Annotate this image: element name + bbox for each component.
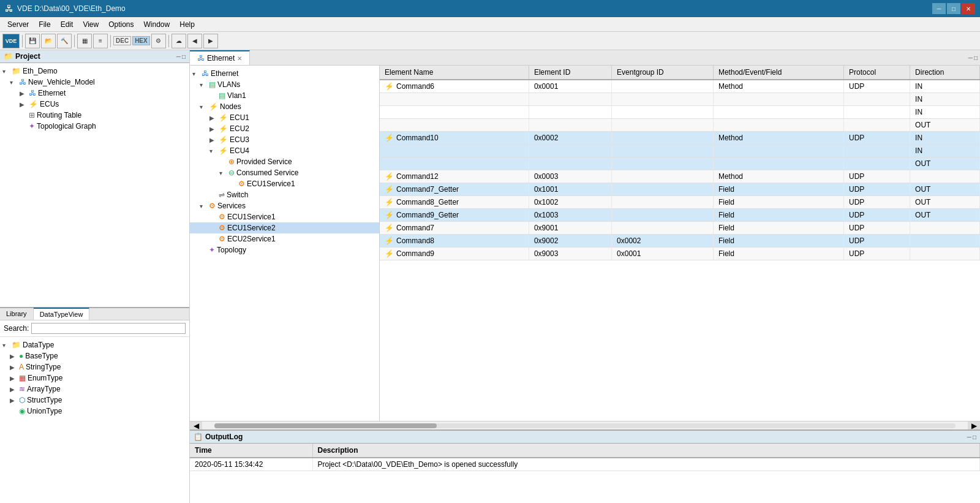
data-table: Element Name Element ID Eventgroup ID Me… [380, 66, 980, 260]
nav-ethernet-root[interactable]: ▾ 🖧 Ethernet [190, 68, 379, 79]
menu-file[interactable]: File [34, 19, 55, 30]
toolbar-back-button[interactable]: ◀ [187, 34, 202, 48]
horizontal-scrollbar[interactable]: ◀ ▶ [190, 421, 980, 429]
toolbar-dec-label[interactable]: DEC [113, 36, 131, 45]
toolbar-save-button[interactable]: 💾 [25, 34, 40, 48]
nav-ecu1service1-consumed[interactable]: ▶ ⚙ ECU1Service1 [190, 178, 379, 189]
maximize-button[interactable]: □ [947, 3, 960, 14]
nav-nodes-toggle[interactable]: ▾ [200, 104, 207, 110]
eth-demo-toggle[interactable]: ▾ [2, 68, 10, 75]
nav-ethernet-toggle[interactable]: ▾ [192, 70, 200, 77]
project-item-topology[interactable]: ▶ ✦ Topological Graph [0, 121, 189, 132]
search-input[interactable] [31, 323, 186, 334]
table-cell: ⚡Command8 [380, 235, 529, 248]
output-log-table: Time Description 2020-05-11 15:34:42 Pro… [190, 444, 980, 503]
datatype-item-basetype[interactable]: ▶ ● BaseType [0, 350, 189, 361]
datatype-item-uniontype[interactable]: ▶ ◉ UnionType [0, 406, 189, 417]
datatype-item-enumtype[interactable]: ▶ ▦ EnumType [0, 373, 189, 384]
project-item-ecus[interactable]: ▶ ⚡ ECUs [0, 99, 189, 110]
nav-ecu1service1-services[interactable]: ▶ ⚙ ECU1Service1 [190, 211, 379, 222]
toolbar-format-button[interactable]: ⚙ [151, 34, 166, 48]
menu-server[interactable]: Server [2, 19, 34, 30]
editor-minimize-icon[interactable]: ─ [968, 55, 973, 61]
project-panel-controls[interactable]: ─ □ [176, 53, 186, 60]
nav-ecu2-toggle[interactable]: ▶ [209, 126, 217, 132]
nav-ecu1[interactable]: ▶ ⚡ ECU1 [190, 112, 379, 123]
ethernet-toggle[interactable]: ▶ [20, 90, 27, 97]
datatype-root-toggle[interactable]: ▾ [2, 342, 10, 349]
vehicle-model-toggle[interactable]: ▾ [10, 79, 17, 86]
nav-ecu4-toggle[interactable]: ▾ [209, 148, 217, 154]
nav-vlans-toggle[interactable]: ▾ [200, 81, 207, 88]
datatype-item-structtype[interactable]: ▶ ⬡ StructType [0, 395, 189, 406]
editor-maximize-icon[interactable]: □ [974, 55, 978, 61]
toolbar-open-button[interactable]: 📂 [41, 34, 56, 48]
toolbar-forward-button[interactable]: ▶ [203, 34, 218, 48]
window-controls[interactable]: ─ □ ✕ [932, 3, 975, 14]
output-minimize-icon[interactable]: ─ [967, 434, 971, 441]
nav-consumed-service[interactable]: ▾ ⊖ Consumed Service [190, 167, 379, 178]
table-cell: OUT [910, 209, 980, 222]
stringtype-toggle[interactable]: ▶ [10, 364, 17, 371]
enumtype-toggle[interactable]: ▶ [10, 375, 17, 382]
col-element-id: Element ID [529, 66, 611, 80]
scroll-left-button[interactable]: ◀ [190, 422, 202, 430]
project-item-ethernet[interactable]: ▶ 🖧 Ethernet [0, 88, 189, 99]
nav-provided-service[interactable]: ▶ ⊕ Provided Service [190, 156, 379, 167]
arraytype-toggle[interactable]: ▶ [10, 386, 17, 393]
menu-options[interactable]: Options [104, 19, 138, 30]
project-item-routing[interactable]: ▶ ⊞ Routing Table [0, 110, 189, 121]
table-cell: OUT [910, 183, 980, 196]
left-panel: 📁 Project ─ □ ▾ 📁 Eth_Demo [0, 50, 190, 503]
table-row: ⚡Command120x0003MethodUDP [380, 170, 980, 183]
nav-ecu4[interactable]: ▾ ⚡ ECU4 [190, 145, 379, 156]
table-cell [529, 93, 611, 106]
table-cell [910, 170, 980, 183]
minimize-button[interactable]: ─ [932, 3, 946, 14]
toolbar-hex-label[interactable]: HEX [132, 36, 150, 45]
nav-ecu3-toggle[interactable]: ▶ [209, 137, 217, 143]
editor-tab-ethernet[interactable]: 🖧 Ethernet ✕ [190, 50, 250, 65]
nav-services[interactable]: ▾ ⚙ Services [190, 200, 379, 211]
structtype-toggle[interactable]: ▶ [10, 397, 17, 404]
nav-nodes[interactable]: ▾ ⚡ Nodes [190, 101, 379, 112]
close-button[interactable]: ✕ [962, 3, 975, 14]
datatype-item-arraytype[interactable]: ▶ ≋ ArrayType [0, 384, 189, 395]
basetype-toggle[interactable]: ▶ [10, 353, 17, 360]
nav-consumed-toggle[interactable]: ▾ [219, 170, 227, 176]
project-item-vehicle-model[interactable]: ▾ 🖧 New_Vehicle_Model [0, 77, 189, 88]
toolbar-build-button[interactable]: 🔨 [57, 34, 72, 48]
nav-ecu1-toggle[interactable]: ▶ [209, 115, 217, 121]
output-maximize-icon[interactable]: □ [973, 434, 976, 441]
toolbar-cloud-button[interactable]: ☁ [172, 34, 186, 48]
scrollbar-thumb[interactable] [214, 423, 437, 428]
datatype-item-root[interactable]: ▾ 📁 DataType [0, 339, 189, 350]
title-bar-content: 🖧 VDE D:\Data\00_VDE\Eth_Demo [5, 4, 126, 13]
project-maximize-icon[interactable]: □ [182, 53, 186, 60]
nav-ecu2[interactable]: ▶ ⚡ ECU2 [190, 123, 379, 134]
ecus-toggle[interactable]: ▶ [20, 101, 27, 108]
nav-ecu3[interactable]: ▶ ⚡ ECU3 [190, 134, 379, 145]
nav-ecu1service2[interactable]: ▶ ⚙ ECU1Service2 [190, 222, 379, 233]
menu-view[interactable]: View [78, 19, 104, 30]
editor-tab-close-button[interactable]: ✕ [237, 55, 242, 62]
table-cell [612, 145, 714, 157]
scrollbar-track[interactable] [214, 423, 956, 428]
tab-datatypeview[interactable]: DataTypeView [34, 308, 90, 320]
scroll-right-button[interactable]: ▶ [968, 422, 980, 430]
project-minimize-icon[interactable]: ─ [176, 53, 181, 60]
project-item-eth-demo[interactable]: ▾ 📁 Eth_Demo [0, 66, 189, 77]
nav-ecu2service1[interactable]: ▶ ⚙ ECU2Service1 [190, 233, 379, 244]
nav-services-toggle[interactable]: ▾ [200, 203, 207, 210]
toolbar-list-button[interactable]: ≡ [93, 34, 108, 48]
tab-library[interactable]: Library [0, 308, 34, 320]
datatype-item-stringtype[interactable]: ▶ A StringType [0, 361, 189, 373]
menu-help[interactable]: Help [175, 19, 200, 30]
menu-edit[interactable]: Edit [56, 19, 78, 30]
nav-topology[interactable]: ▶ ✦ Topology [190, 244, 379, 255]
nav-vlan1[interactable]: ▶ ▤ Vlan1 [190, 90, 379, 101]
toolbar-grid-button[interactable]: ▦ [77, 34, 92, 48]
nav-vlans[interactable]: ▾ ▤ VLANs [190, 79, 379, 90]
menu-window[interactable]: Window [139, 19, 175, 30]
nav-switch[interactable]: ▶ ⇌ Switch [190, 189, 379, 200]
